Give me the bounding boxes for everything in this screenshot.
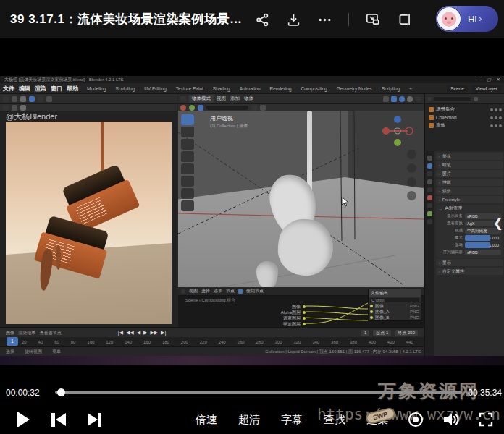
viewport-subbar	[178, 104, 424, 111]
window-control-glyph: ✕	[496, 76, 500, 83]
chevron-right-icon: ›	[439, 189, 440, 193]
mini-window-icon[interactable]	[397, 12, 413, 27]
socket-icon	[303, 305, 306, 308]
status-hints: 选择旋转视图菜单	[6, 349, 61, 355]
menu-item: 视图	[189, 288, 198, 294]
frame-tick-label: 200	[181, 340, 188, 344]
viewport-header: 物体模式 视图添加物体	[178, 94, 424, 104]
pan-hand-icon	[407, 163, 416, 173]
transport-button: ▶	[143, 330, 147, 336]
image-editor-subbar	[0, 104, 177, 111]
render-jar-bottom	[34, 214, 113, 278]
node-input-socket: 图像PNG	[369, 303, 421, 309]
frame-tick-label: 180	[162, 340, 169, 344]
seek-handle[interactable]	[57, 388, 65, 396]
outliner-row: 场景集合	[425, 106, 504, 114]
workspace-tab: Compositing	[300, 85, 329, 92]
3d-viewport: 用户透视 (1) Collection | 液体	[178, 111, 424, 287]
object-props-icon	[427, 195, 432, 200]
frame-tick-label: 360	[331, 340, 338, 344]
player-controls: 倍速超清字幕查找选集	[0, 405, 504, 434]
play-button[interactable]	[17, 412, 30, 427]
rotate-tool	[181, 151, 194, 162]
share-icon[interactable]	[255, 12, 270, 27]
status-hint: 选择	[6, 349, 14, 355]
measure-tool	[181, 200, 194, 211]
player-menu-buttons: 倍速超清字幕查找选集	[196, 413, 388, 427]
transport-button: ▶▶	[150, 330, 158, 336]
player-menu-button[interactable]: 超清	[238, 413, 260, 427]
output-path-field: C:\tmp\	[370, 298, 419, 302]
panel-collapse-chevron: ❮	[493, 216, 503, 231]
socket-icon	[303, 311, 306, 314]
frame-tick-label: 140	[125, 340, 132, 344]
chevron-right-icon: ›	[439, 163, 440, 167]
visibility-toggles	[490, 116, 502, 119]
frame-tick-label: 340	[312, 340, 319, 344]
physics-props-icon	[427, 211, 432, 216]
frame-tick-label: 400	[369, 340, 376, 344]
select-box-tool	[181, 114, 194, 125]
render-liquid-drip	[38, 249, 54, 292]
render-liquid-stream	[101, 122, 104, 195]
property-field: 序列编辑器 sRGB	[438, 249, 501, 255]
workspace-tab: Scripting	[380, 85, 401, 92]
window-controls: –▢✕	[479, 76, 500, 83]
menu-item: 编辑	[19, 85, 30, 93]
next-episode-button[interactable]	[88, 413, 102, 427]
status-hint: 菜单	[52, 349, 61, 355]
node-input-socket: 图像_BPNG	[369, 315, 421, 320]
filter-icon	[474, 97, 478, 101]
seek-bar[interactable]	[55, 391, 462, 394]
player-menu-button[interactable]: 字幕	[281, 413, 303, 427]
scene-field: Scene	[447, 85, 467, 92]
more-icon[interactable]	[317, 12, 332, 27]
player-menu-button[interactable]: 倍速	[196, 413, 217, 427]
progress-row: 00:00:32 00:35:34	[0, 386, 504, 401]
menu-item: 节点	[226, 288, 235, 294]
use-nodes-label: 使用节点	[246, 288, 264, 294]
viewport-guides	[178, 111, 424, 287]
proportional-edit-icon	[391, 96, 397, 102]
workspace-tab: Sculpting	[114, 85, 136, 92]
menu-item: 视图	[217, 95, 226, 102]
frame-fields: 1 起点 1 终点 250	[361, 330, 418, 336]
outliner-search-field	[434, 97, 471, 101]
frame-tick-label: 420	[387, 340, 395, 344]
right-panel: 场景集合 Collection 流体	[424, 94, 504, 356]
video-surface[interactable]: 大杨恒 [流体美妆场景渲染案例场景.blend] - Blender 4.2.1…	[0, 76, 504, 365]
workspace-tab: UV Editing	[143, 85, 168, 92]
viewport-menus: 视图添加物体	[217, 95, 253, 102]
player-menu-button[interactable]: 查找	[324, 413, 345, 427]
chevron-right-icon: ›	[439, 154, 440, 158]
object-icon	[429, 107, 434, 112]
editor-type-icon	[180, 96, 186, 102]
node-input-socket: 图像_APNG	[369, 309, 421, 315]
account-label: Hi	[468, 14, 476, 25]
workspace-tab: Geometry Nodes	[335, 85, 374, 92]
outliner-row: Collection	[425, 114, 504, 122]
menu-item: 帮助	[67, 85, 78, 93]
account-button[interactable]: Hi ›	[436, 6, 498, 32]
picture-in-picture-icon[interactable]	[365, 12, 381, 27]
move-tool	[181, 139, 194, 150]
render-result-image	[6, 122, 172, 324]
viewport-tool-column	[181, 114, 194, 211]
search-field	[206, 106, 248, 110]
property-sections-bottom: ›显示›自定义属性	[436, 259, 503, 275]
avatar	[437, 7, 461, 31]
property-field: 伽马 1.000	[438, 242, 501, 248]
fullscreen-icon[interactable]	[478, 412, 494, 427]
fluid-mesh	[275, 216, 336, 278]
cast-icon[interactable]	[407, 411, 424, 428]
property-section: ›性能	[436, 179, 503, 186]
download-icon[interactable]	[286, 12, 301, 27]
transport-button: ▶|	[161, 330, 166, 336]
volume-icon[interactable]	[442, 411, 461, 428]
transform-tool	[181, 176, 194, 187]
top-actions	[255, 12, 413, 27]
previous-episode-button[interactable]	[51, 413, 66, 427]
frame-tick-label: 100	[87, 340, 94, 344]
blender-title-text: 大杨恒 [流体美妆场景渲染案例场景.blend] - Blender 4.2.1…	[4, 76, 124, 83]
mouse-cursor	[341, 196, 350, 208]
